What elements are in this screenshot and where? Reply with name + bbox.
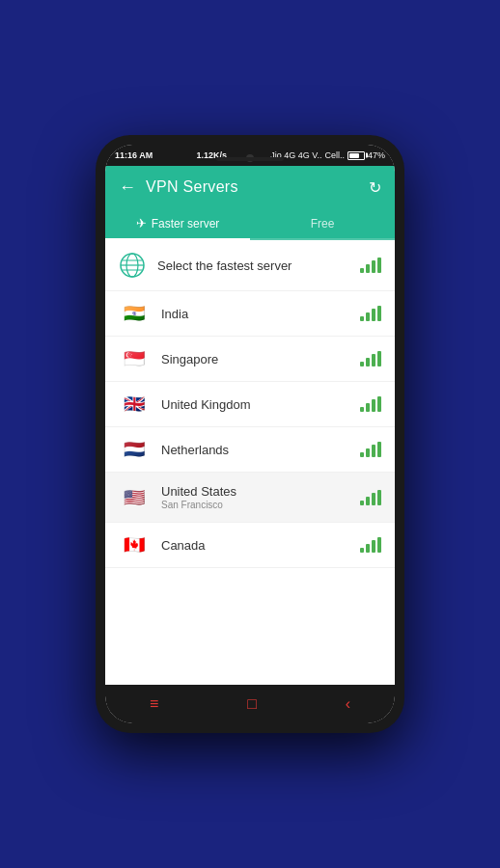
globe-icon bbox=[119, 252, 146, 279]
refresh-button[interactable]: ↻ bbox=[369, 178, 381, 197]
status-right: Jio 4G 4G V.. Cell.. 47% bbox=[270, 150, 385, 160]
india-server-name: India bbox=[161, 307, 360, 321]
singapore-server-name: Singapore bbox=[161, 352, 360, 366]
bar4 bbox=[377, 306, 381, 321]
signal-bars-canada bbox=[360, 537, 381, 553]
server-item-canada[interactable]: 🇨🇦 Canada bbox=[105, 523, 395, 568]
faster-tab-label: Faster server bbox=[152, 217, 220, 231]
signal-bars-singapore bbox=[360, 351, 381, 366]
status-battery: 47% bbox=[368, 150, 385, 160]
netherlands-server-info: Netherlands bbox=[161, 443, 360, 457]
uk-server-info: United Kingdom bbox=[161, 397, 360, 412]
signal-bars-fastest bbox=[360, 258, 381, 273]
bar2 bbox=[366, 448, 370, 457]
bar2 bbox=[366, 312, 370, 321]
bar1 bbox=[360, 316, 364, 321]
singapore-server-info: Singapore bbox=[161, 352, 360, 366]
bar2 bbox=[366, 544, 370, 553]
nav-bar: ≡ □ ‹ bbox=[105, 685, 395, 723]
bar1 bbox=[360, 268, 364, 273]
server-item-india[interactable]: 🇮🇳 India bbox=[105, 291, 395, 337]
back-nav-button[interactable]: ‹ bbox=[346, 695, 350, 713]
signal-bars-netherlands bbox=[360, 442, 381, 457]
bar4 bbox=[377, 351, 381, 366]
phone-frame: 11:16 AM 1.12K/s Jio 4G 4G V.. Cell.. 47… bbox=[96, 135, 404, 733]
bar3 bbox=[372, 354, 375, 366]
home-button[interactable]: □ bbox=[247, 695, 257, 713]
server-item-us[interactable]: 🇺🇸 United States San Francisco bbox=[105, 473, 395, 523]
speaker bbox=[216, 157, 284, 161]
india-server-info: India bbox=[161, 307, 360, 321]
tab-faster[interactable]: ✈ Faster server bbox=[105, 208, 250, 238]
battery-icon bbox=[347, 151, 365, 160]
server-item-netherlands[interactable]: 🇳🇱 Netherlands bbox=[105, 427, 395, 473]
flag-singapore: 🇸🇬 bbox=[119, 348, 150, 369]
signal-bars-us bbox=[360, 490, 381, 505]
bar4 bbox=[377, 537, 381, 553]
us-server-sub: San Francisco bbox=[161, 500, 360, 510]
server-item-singapore[interactable]: 🇸🇬 Singapore bbox=[105, 337, 395, 382]
bar3 bbox=[372, 493, 375, 505]
bar1 bbox=[360, 548, 364, 553]
bar4 bbox=[377, 442, 381, 457]
bar1 bbox=[360, 362, 364, 366]
bar2 bbox=[366, 403, 370, 412]
server-list: Select the fastest server 🇮🇳 India bbox=[105, 240, 395, 685]
screen: 11:16 AM 1.12K/s Jio 4G 4G V.. Cell.. 47… bbox=[105, 145, 395, 723]
menu-button[interactable]: ≡ bbox=[150, 695, 158, 713]
bar1 bbox=[360, 452, 364, 457]
status-time: 11:16 AM bbox=[115, 150, 153, 160]
flag-india: 🇮🇳 bbox=[119, 303, 150, 324]
status-cell: Cell.. bbox=[324, 150, 345, 160]
fastest-server-name: Select the fastest server bbox=[157, 258, 360, 273]
bar4 bbox=[377, 396, 381, 412]
bar4 bbox=[377, 490, 381, 505]
bar3 bbox=[372, 260, 375, 273]
phone-inner: 11:16 AM 1.12K/s Jio 4G 4G V.. Cell.. 47… bbox=[105, 145, 395, 723]
us-server-name: United States bbox=[161, 484, 360, 499]
canada-server-info: Canada bbox=[161, 538, 360, 553]
signal-bars-uk bbox=[360, 396, 381, 412]
bar3 bbox=[372, 309, 375, 321]
bar3 bbox=[372, 540, 375, 553]
flag-canada: 🇨🇦 bbox=[119, 534, 150, 556]
uk-server-name: United Kingdom bbox=[161, 397, 360, 412]
bar2 bbox=[366, 264, 370, 273]
bar1 bbox=[360, 407, 364, 412]
flag-us: 🇺🇸 bbox=[119, 487, 150, 508]
server-item-fastest[interactable]: Select the fastest server bbox=[105, 240, 395, 291]
flag-uk: 🇬🇧 bbox=[119, 393, 150, 415]
app-header: ← VPN Servers ↻ bbox=[105, 166, 395, 208]
header-title: VPN Servers bbox=[146, 178, 369, 196]
server-item-uk[interactable]: 🇬🇧 United Kingdom bbox=[105, 382, 395, 427]
bar4 bbox=[377, 258, 381, 273]
fastest-server-info: Select the fastest server bbox=[157, 258, 360, 273]
bar3 bbox=[372, 399, 375, 412]
us-server-info: United States San Francisco bbox=[161, 484, 360, 510]
back-button[interactable]: ← bbox=[119, 177, 136, 198]
bar2 bbox=[366, 358, 370, 366]
bar2 bbox=[366, 497, 370, 505]
signal-bars-india bbox=[360, 306, 381, 321]
tab-free[interactable]: Free bbox=[250, 208, 395, 238]
bar3 bbox=[372, 445, 375, 457]
tabs-bar: ✈ Faster server Free bbox=[105, 208, 395, 240]
free-tab-label: Free bbox=[311, 217, 335, 231]
netherlands-server-name: Netherlands bbox=[161, 443, 360, 457]
faster-tab-icon: ✈ bbox=[136, 216, 147, 231]
canada-server-name: Canada bbox=[161, 538, 360, 553]
flag-netherlands: 🇳🇱 bbox=[119, 439, 150, 460]
bar1 bbox=[360, 501, 364, 505]
